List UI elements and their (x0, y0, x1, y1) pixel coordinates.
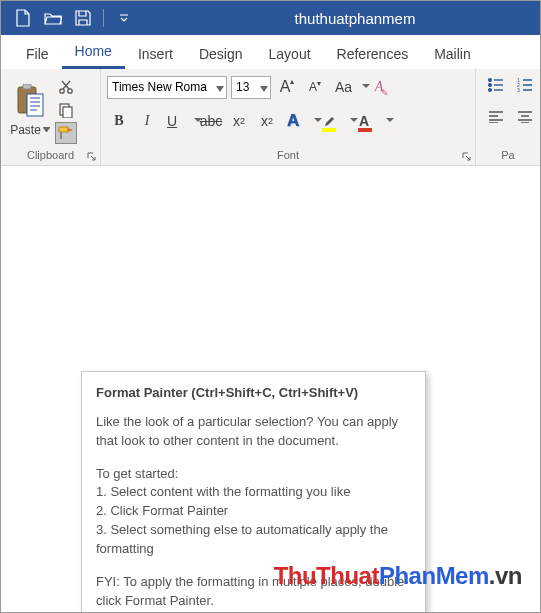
cut-button[interactable] (55, 76, 77, 98)
tooltip-steps: To get started: 1. Select content with t… (96, 465, 411, 559)
svg-point-7 (488, 79, 491, 82)
svg-rect-1 (23, 84, 31, 89)
tab-insert[interactable]: Insert (125, 39, 186, 69)
new-file-icon[interactable] (9, 4, 37, 32)
ribbon-tabs: File Home Insert Design Layout Reference… (1, 35, 540, 69)
text-effects-button[interactable]: A (283, 109, 315, 133)
grow-font-button[interactable]: A▴ (275, 75, 299, 99)
group-clipboard: Paste Clipboard (1, 69, 101, 165)
svg-rect-2 (27, 94, 43, 116)
svg-point-3 (60, 89, 64, 93)
paste-label: Paste (10, 123, 41, 137)
superscript-button[interactable]: x2 (255, 109, 279, 133)
chevron-down-icon (260, 81, 268, 95)
svg-point-9 (488, 89, 491, 92)
svg-point-8 (488, 84, 491, 87)
open-file-icon[interactable] (39, 4, 67, 32)
clipboard-group-label: Clipboard (27, 149, 74, 161)
strikethrough-button[interactable]: abc (199, 109, 223, 133)
watermark: ThuThuatPhanMem.vn (274, 562, 522, 590)
subscript-button[interactable]: x2 (227, 109, 251, 133)
tab-layout[interactable]: Layout (256, 39, 324, 69)
font-name-combo[interactable]: Times New Roma (107, 76, 227, 99)
document-area: Format Painter (Ctrl+Shift+C, Ctrl+Shift… (1, 166, 540, 613)
font-dialog-launcher[interactable] (460, 150, 472, 162)
title-bar: thuthuatphanmem (1, 1, 540, 35)
tab-design[interactable]: Design (186, 39, 256, 69)
clear-formatting-button[interactable]: A✎ (367, 75, 391, 99)
align-center-button[interactable] (513, 105, 536, 129)
format-painter-button[interactable] (55, 122, 77, 144)
change-case-button[interactable]: Aa (331, 75, 363, 99)
window-title: thuthuatphanmem (178, 10, 532, 27)
save-icon[interactable] (69, 4, 97, 32)
chevron-down-icon (216, 81, 224, 95)
align-left-button[interactable] (484, 105, 507, 129)
qat-separator (103, 9, 104, 27)
tooltip-desc: Like the look of a particular selection?… (96, 413, 411, 451)
tab-references[interactable]: References (324, 39, 422, 69)
clipboard-dialog-launcher[interactable] (85, 150, 97, 162)
group-font: Times New Roma 13 A▴ A▾ Aa A✎ B I U abc … (101, 69, 476, 165)
ribbon: Paste Clipboard Times New Roma 13 A▴ A▾ … (1, 69, 540, 166)
qat-customize-icon[interactable] (110, 4, 138, 32)
paste-icon (15, 84, 45, 121)
highlight-button[interactable] (319, 109, 351, 133)
font-group-label: Font (277, 149, 299, 161)
italic-button[interactable]: I (135, 109, 159, 133)
group-paragraph: 123 Pa (476, 69, 540, 165)
bullets-button[interactable] (484, 73, 507, 97)
underline-button[interactable]: U (163, 109, 195, 133)
svg-rect-6 (63, 107, 72, 118)
numbering-button[interactable]: 123 (513, 73, 536, 97)
svg-point-4 (68, 89, 72, 93)
shrink-font-button[interactable]: A▾ (303, 75, 327, 99)
svg-text:3: 3 (517, 87, 520, 92)
font-size-combo[interactable]: 13 (231, 76, 271, 99)
tab-mailings[interactable]: Mailin (421, 39, 484, 69)
tooltip-heading: Format Painter (Ctrl+Shift+C, Ctrl+Shift… (96, 384, 411, 403)
paste-button[interactable]: Paste (7, 73, 53, 147)
tab-home[interactable]: Home (62, 36, 125, 69)
font-color-button[interactable]: A (355, 109, 387, 133)
copy-button[interactable] (55, 99, 77, 121)
paragraph-group-label: Pa (501, 149, 514, 161)
tab-file[interactable]: File (13, 39, 62, 69)
quick-access-toolbar (9, 4, 138, 32)
bold-button[interactable]: B (107, 109, 131, 133)
